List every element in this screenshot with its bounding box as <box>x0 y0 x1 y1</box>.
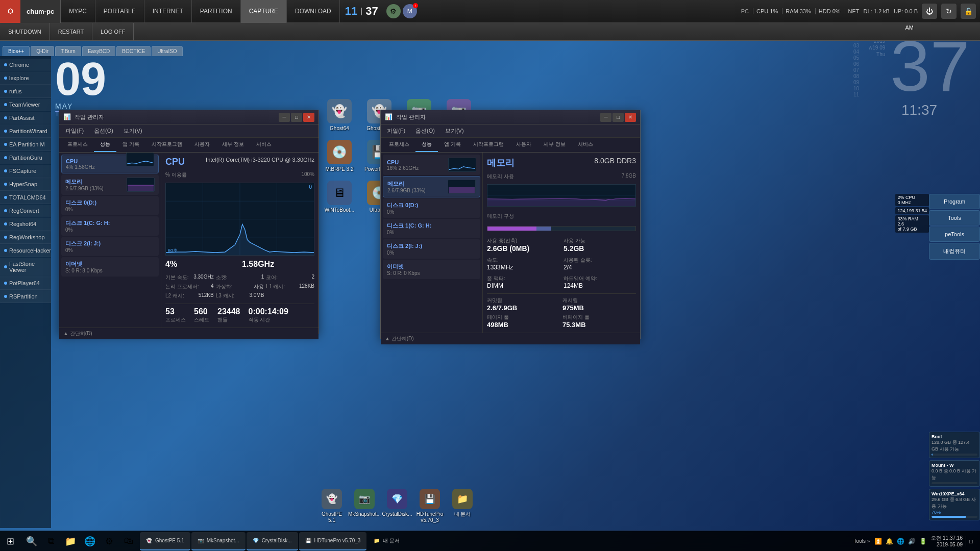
taskman2-tab-details[interactable]: 세부 정보 <box>537 138 572 152</box>
bottom-icon-hdtunepro[interactable]: 💾 HDTunePro v5.70_3 <box>414 487 445 525</box>
sidebar-item-potplayer[interactable]: PotPlayer64 <box>0 277 51 290</box>
sidebar-item-teamviewer[interactable]: TeamViewer <box>0 98 51 111</box>
taskbar-taskview[interactable]: ⧉ <box>42 532 60 550</box>
sidebar-item-partitionwizard[interactable]: PartitionWizard <box>0 125 51 138</box>
sidebar-item-regworkshop[interactable]: RegWorkshop <box>0 231 51 244</box>
taskman1-summary-toggle[interactable]: ▲ 간단히(D) <box>63 330 92 337</box>
taskman2-resource-disk2[interactable]: 디스크 2(I: J:) 0% <box>383 239 480 259</box>
tab-bootice[interactable]: BOOTICE <box>116 46 151 56</box>
taskman1-resource-ethernet[interactable]: 이더넷 S: 0 R: 8.0 Kbps <box>61 257 159 277</box>
taskman1-menu-options[interactable]: 옵션(O) <box>92 126 115 136</box>
taskman2-tab-services[interactable]: 서비스 <box>572 138 599 152</box>
taskman1-tab-process[interactable]: 프로세스 <box>61 138 94 152</box>
sidebar-item-rufus[interactable]: rufus <box>0 85 51 98</box>
taskbar-explorer[interactable]: 📁 <box>61 532 80 550</box>
bottom-icon-mksnapshot[interactable]: 📷 MkSnapshot... <box>349 487 380 525</box>
taskbar-app-mydocs[interactable]: 📁 내 문서 <box>368 532 406 550</box>
sidebar-item-regconvert[interactable]: RegConvert <box>0 205 51 217</box>
bottom-icon-ghostpe[interactable]: 👻 GhostPE 5.1 <box>316 487 347 525</box>
taskman1-resource-disk1[interactable]: 디스크 1(C: G: H: 0% <box>61 216 159 236</box>
logoff-button[interactable]: LOG OFF <box>92 23 134 41</box>
desktop-icon-mbrpe[interactable]: 💿 M:BRPE 3.2 <box>322 138 357 174</box>
taskman2-resource-memory[interactable]: 메모리 2.6/7.9GB (33%) <box>383 176 480 197</box>
nav-portable[interactable]: PORTABLE <box>95 0 144 23</box>
taskbar-app-mksnapshot[interactable]: 📷 MkSnapshot... <box>191 532 246 550</box>
tray-icon-2[interactable]: 🔔 <box>884 536 894 546</box>
refresh-button[interactable]: ↻ <box>941 4 957 19</box>
tab-ultraiso[interactable]: UltraISO <box>152 46 182 56</box>
taskman1-menu-file[interactable]: 파일(F) <box>63 126 86 136</box>
taskbar-store[interactable]: 🛍 <box>119 532 138 550</box>
taskman2-menu-options[interactable]: 옵션(O) <box>413 126 437 136</box>
taskman1-resource-disk0[interactable]: 디스크 0(D:) 0% <box>61 196 159 215</box>
restart-button[interactable]: RESTART <box>50 23 92 41</box>
sidebar-item-rspartition[interactable]: RSPartition <box>0 290 51 303</box>
taskman1-tab-users[interactable]: 사용자 <box>188 138 216 152</box>
taskbar-app-hdtune[interactable]: 💾 HDTunePro v5.70_3 <box>299 532 367 550</box>
taskbar-clock[interactable]: 오전 11:37:16 2019-05-09 <box>931 535 963 547</box>
sidebar-item-partitionguru[interactable]: PartitionGuru <box>0 152 51 164</box>
taskbar-start[interactable]: ⊞ <box>0 531 20 552</box>
tab-bios[interactable]: Bios++ <box>3 46 30 56</box>
taskman1-tab-app-history[interactable]: 앱 기록 <box>116 138 145 152</box>
bottom-icon-mydocs[interactable]: 📁 내 문서 <box>447 487 478 525</box>
lock-button[interactable]: 🔒 <box>961 4 976 19</box>
taskman2-tab-process[interactable]: 프로세스 <box>383 138 415 152</box>
taskman1-menu-view[interactable]: 보기(V) <box>121 126 144 136</box>
taskbar-app-ghostpe[interactable]: 👻 GhostPE 5.1 <box>140 532 190 550</box>
sidebar-item-lexplore[interactable]: lexplore <box>0 72 51 85</box>
nav-capture[interactable]: CAPTURE <box>241 0 287 23</box>
sidebar-item-hypersnap[interactable]: HyperSnap <box>0 178 51 191</box>
tab-tburn[interactable]: T.Burn <box>55 46 81 56</box>
sidebar-item-partassist[interactable]: PartAssist <box>0 112 51 124</box>
taskman1-tab-services[interactable]: 서비스 <box>250 138 278 152</box>
nav-partition[interactable]: PARTITION <box>192 0 241 23</box>
tools-button[interactable]: Tools <box>929 210 980 226</box>
taskman2-menu-view[interactable]: 보기(V) <box>443 126 466 136</box>
taskbar-tools-label[interactable]: Tools » <box>854 538 870 544</box>
nav-icon-1[interactable]: ⚙ <box>386 4 401 18</box>
tray-icon-3[interactable]: 🌐 <box>895 536 905 546</box>
taskman1-close[interactable]: ✕ <box>303 113 314 122</box>
tray-icon-4[interactable]: 🔊 <box>906 536 917 546</box>
taskman1-tab-performance[interactable]: 성능 <box>94 138 116 152</box>
power-button[interactable]: ⏻ <box>922 4 937 19</box>
sidebar-item-fscapture[interactable]: FSCapture <box>0 165 51 178</box>
taskman2-resource-disk1[interactable]: 디스크 1(C: G: H: 0% <box>383 219 480 238</box>
sidebar-item-ea-partition[interactable]: EA Partition M <box>0 138 51 151</box>
taskman2-close[interactable]: ✕ <box>625 113 636 122</box>
taskman1-maximize[interactable]: □ <box>291 113 302 122</box>
taskman2-resource-ethernet[interactable]: 이더넷 S: 0 R: 0 Kbps <box>383 260 480 279</box>
sidebar-item-totalcmd64[interactable]: TOTALCMD64 <box>0 191 51 204</box>
sidebar-item-regshot64[interactable]: Regshot64 <box>0 218 51 231</box>
desktop-icon-ghost64[interactable]: 👻 Ghost64 <box>322 97 357 134</box>
taskbar-search[interactable]: 🔍 <box>22 532 41 550</box>
nav-icon-2[interactable]: M! <box>403 4 417 18</box>
taskman2-summary-toggle[interactable]: ▲ 간단히(D) <box>385 335 414 342</box>
tray-icon-battery[interactable]: 🔋 <box>918 536 928 546</box>
taskbar-settings[interactable]: ⚙ <box>100 532 118 550</box>
petools-button[interactable]: peTools <box>929 227 980 242</box>
sidebar-item-chrome[interactable]: Chrome <box>0 59 51 71</box>
bottom-icon-crystaldisk[interactable]: 💎 CrystalDisk... <box>382 487 412 525</box>
nav-mypc[interactable]: MYPC <box>61 0 95 23</box>
taskman1-tab-details[interactable]: 세부 정보 <box>216 138 250 152</box>
taskman1-resource-memory[interactable]: 메모리 2.6/7.9GB (33%) <box>61 174 159 195</box>
sidebar-item-resourcehacker[interactable]: ResourceHacker <box>0 244 51 257</box>
taskman2-tab-app-history[interactable]: 앱 기록 <box>438 138 467 152</box>
taskman1-resource-cpu[interactable]: CPU 4% 1.58GHz <box>61 155 159 173</box>
taskman2-resource-cpu[interactable]: CPU 16% 2.61GHz <box>383 155 480 175</box>
desktop-icon-wintoboot[interactable]: 🖥 WiNToBoot... <box>322 179 357 215</box>
taskman2-menu-file[interactable]: 파일(F) <box>385 126 407 136</box>
sidebar-item-faststone[interactable]: FastStone Viewer <box>0 258 51 277</box>
taskman2-tab-performance[interactable]: 성능 <box>415 138 438 152</box>
tray-icon-1[interactable]: ⏫ <box>873 536 883 546</box>
nav-download[interactable]: DOWNLOAD <box>287 0 340 23</box>
taskbar-edge[interactable]: 🌐 <box>81 532 99 550</box>
tab-qdir[interactable]: Q-Dir <box>31 46 54 56</box>
nav-internet[interactable]: INTERNET <box>144 0 192 23</box>
taskman2-maximize[interactable]: □ <box>612 113 624 122</box>
taskman2-tab-users[interactable]: 사용자 <box>510 138 537 152</box>
mycomputer-button[interactable]: 내컴퓨터 <box>929 243 980 260</box>
show-desktop[interactable]: □ <box>966 536 976 546</box>
